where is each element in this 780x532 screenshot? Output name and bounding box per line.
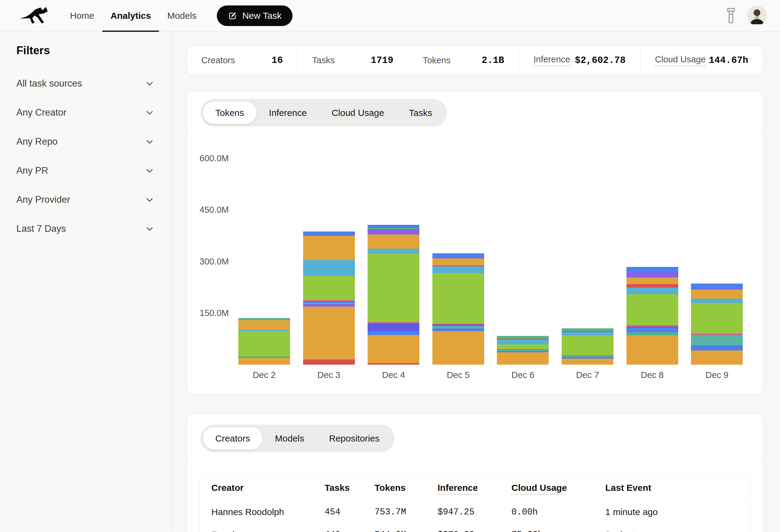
bar-segment-orange [432, 331, 484, 365]
filter-last-7-days[interactable]: Last 7 Days [16, 214, 154, 243]
bar-segment-royal [691, 345, 743, 351]
chart-tabs: TokensInferenceCloud UsageTasks [200, 99, 447, 126]
creator-cell: Hannes Roodolph [199, 501, 325, 524]
bar-segment-orange [368, 335, 420, 363]
bar-dec-9[interactable] [691, 283, 743, 365]
filters-title: Filters [16, 44, 154, 57]
col-header-cloud-usage: Cloud Usage [511, 475, 605, 501]
bar-segment-teal [562, 328, 614, 331]
creators-table-wrap: CreatorTasksTokensInferenceCloud UsageLa… [187, 463, 763, 532]
bar-segment-orange [627, 335, 678, 365]
chevron-down-icon [145, 224, 154, 233]
filter-any-pr[interactable]: Any PR [16, 156, 154, 185]
y-axis-tick: 600.0M [200, 153, 229, 163]
bar-dec-5[interactable] [432, 253, 484, 365]
bar-segment-orange [238, 320, 290, 330]
bar-segment-royal [368, 331, 420, 335]
bar-segment-seafoam [691, 335, 743, 345]
bar-segment-sky [303, 260, 355, 276]
tasks-cell: 440 [325, 524, 375, 532]
filter-any-creator[interactable]: Any Creator [16, 98, 154, 127]
nav-link-models[interactable]: Models [159, 0, 205, 32]
bar-segment-green [432, 273, 484, 324]
stat-label[interactable]: Inference [534, 54, 570, 66]
cloud-usage-cell: 0.00h [511, 501, 605, 524]
bar-segment-red [368, 363, 420, 365]
chart-card: TokensInferenceCloud UsageTasks 150.0M30… [187, 91, 763, 395]
chart-tab-inference[interactable]: Inference [256, 101, 319, 124]
chevron-down-icon [145, 79, 154, 88]
table-tab-repositories[interactable]: Repositories [317, 427, 392, 450]
bar-segment-purple [368, 229, 420, 234]
bar-segment-orange [432, 258, 484, 265]
bar-segment-orange [627, 277, 678, 284]
bar-dec-7[interactable] [562, 328, 614, 365]
filter-label: Any Provider [16, 194, 70, 205]
chart-tab-cloud-usage[interactable]: Cloud Usage [319, 101, 396, 124]
col-header-label[interactable]: Inference [438, 483, 478, 494]
table-tab-creators[interactable]: Creators [203, 427, 262, 450]
col-header-last-event: Last Event [605, 475, 750, 501]
flashlight-icon[interactable] [726, 7, 736, 24]
bar-segment-orange [238, 358, 290, 365]
y-axis-tick: 300.0M [200, 256, 229, 267]
bar-dec-8[interactable] [627, 267, 678, 365]
last-event-cell: 1 minute ago [605, 501, 750, 524]
bar-dec-6[interactable] [497, 336, 549, 365]
bar-dec-4[interactable] [368, 225, 420, 365]
filter-any-provider[interactable]: Any Provider [16, 185, 154, 214]
bar-dec-2[interactable] [238, 318, 290, 365]
chart-plot: 150.0M300.0M450.0M600.0MDec 2Dec 3Dec 4D… [187, 135, 763, 395]
new-task-button[interactable]: New Task [217, 5, 293, 26]
nav-link-home[interactable]: Home [62, 0, 102, 32]
x-axis-label: Dec 8 [627, 370, 678, 380]
nav-link-analytics[interactable]: Analytics [102, 0, 159, 32]
col-header-creator: Creator [199, 475, 325, 501]
chevron-down-icon [145, 108, 154, 117]
bar-segment-orange [497, 352, 549, 365]
col-header-inference: Inference [438, 475, 511, 501]
filter-any-repo[interactable]: Any Repo [16, 127, 154, 156]
stat-cloud-usage: Cloud Usage144.67h [640, 46, 763, 75]
top-nav: HomeAnalyticsModels New Task [0, 0, 780, 32]
chevron-down-icon [145, 137, 154, 146]
bar-segment-sky [432, 266, 484, 273]
table-tab-models[interactable]: Models [262, 427, 317, 450]
bar-segment-green [497, 344, 549, 349]
stat-label[interactable]: Cloud Usage [655, 54, 706, 66]
bar-segment-royal [303, 231, 355, 235]
table-row[interactable]: Rooviewer440544.3M$376.2875.23h3 minutes… [199, 524, 750, 532]
bar-segment-purple [627, 272, 678, 277]
last-event-cell: 3 minutes ago [605, 524, 750, 532]
filter-label: All task sources [16, 78, 82, 89]
bar-segment-green [238, 331, 290, 357]
bar-segment-red [627, 284, 678, 287]
bar-segment-orange [368, 234, 420, 249]
table-body: Hannes Roodolph454753.7M$947.250.00h1 mi… [199, 501, 750, 532]
table-tabs: CreatorsModelsRepositories [200, 425, 395, 452]
main-content: Creators16Tasks1719Tokens2.1BInference$2… [172, 32, 780, 532]
bar-dec-3[interactable] [303, 231, 355, 365]
kangaroo-logo[interactable] [19, 5, 51, 26]
y-axis-tick: 450.0M [200, 205, 229, 215]
col-header-tokens: Tokens [375, 475, 438, 501]
stat-value: 144.67h [709, 55, 748, 66]
bar-segment-orange [691, 289, 743, 299]
bar-segment-green [368, 254, 420, 322]
filter-all-task-sources[interactable]: All task sources [16, 69, 154, 98]
tokens-cell: 544.3M [375, 524, 438, 532]
chart-tab-tokens[interactable]: Tokens [203, 101, 256, 124]
bar-segment-royal [432, 253, 484, 258]
chart-tab-tasks[interactable]: Tasks [397, 101, 445, 124]
inference-cell: $376.28 [438, 524, 511, 532]
creator-cell: Rooviewer [199, 524, 325, 532]
table-header-row: CreatorTasksTokensInferenceCloud UsageLa… [199, 475, 750, 501]
user-avatar[interactable] [747, 6, 767, 25]
bar-segment-indigo [368, 323, 420, 331]
bar-segment-teal [627, 332, 678, 335]
bar-segment-green [691, 303, 743, 334]
tasks-cell: 454 [325, 501, 375, 524]
table-row[interactable]: Hannes Roodolph454753.7M$947.250.00h1 mi… [199, 501, 750, 524]
col-header-label[interactable]: Cloud Usage [511, 483, 567, 494]
col-header-label: Last Event [605, 483, 651, 493]
